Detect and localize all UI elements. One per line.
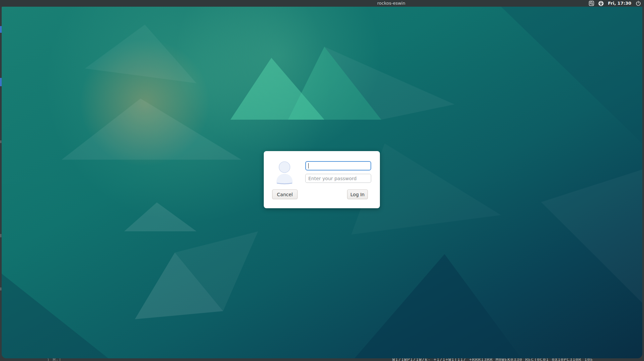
- console-artifact: [0, 287, 1, 290]
- clock-label[interactable]: Fri, 17:30: [608, 0, 631, 7]
- login-dialog: Cancel Log In: [264, 151, 380, 208]
- login-button[interactable]: Log In: [347, 190, 368, 199]
- power-icon[interactable]: [635, 1, 641, 6]
- accessibility-icon[interactable]: [598, 1, 604, 6]
- cancel-button[interactable]: Cancel: [272, 190, 298, 199]
- greeter-top-panel: rockos-eswin Fri, 17:30: [0, 0, 644, 7]
- console-artifact: [0, 234, 1, 237]
- username-field-wrap: [305, 161, 371, 170]
- text-cursor: [308, 163, 309, 168]
- user-avatar-icon: [275, 161, 294, 186]
- magnifier-icon[interactable]: [588, 1, 594, 6]
- password-input[interactable]: [305, 174, 371, 183]
- password-field-wrap: [305, 174, 371, 183]
- console-artifact: [0, 140, 1, 143]
- panel-indicators: Fri, 17:30: [588, 0, 641, 7]
- hostname-label: rockos-eswin: [377, 0, 405, 7]
- username-input[interactable]: [305, 161, 371, 170]
